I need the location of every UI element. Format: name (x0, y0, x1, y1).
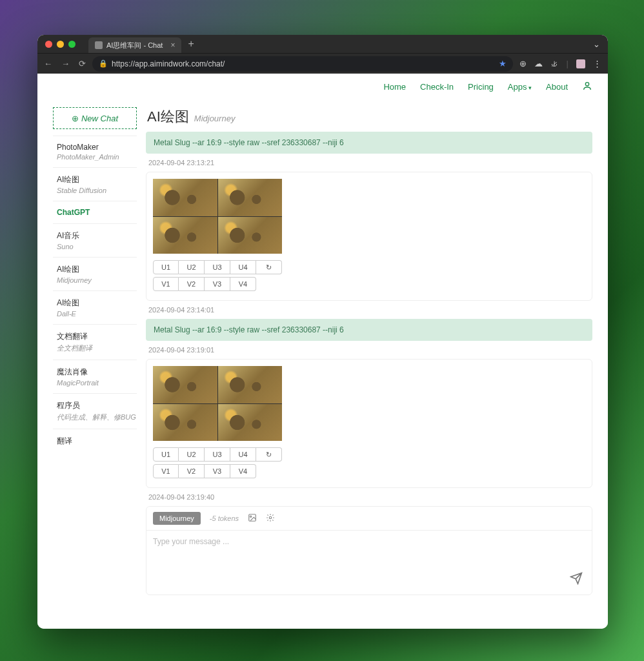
sidebar-item-sub: Dall-E (57, 310, 137, 318)
divider: | (567, 59, 569, 68)
site-info-icon[interactable]: 🔒 (99, 59, 108, 68)
sidebar-item-translate[interactable]: 翻译 (53, 429, 137, 453)
forward-icon[interactable]: → (61, 59, 70, 68)
generated-image-grid[interactable] (153, 366, 282, 441)
browser-window: AI思维车间 - Chat × + ⌄ ← → ⟳ 🔒 https://app.… (37, 35, 608, 629)
bookmark-star-icon[interactable]: ★ (499, 59, 507, 68)
sidebar-item-sub: 全文档翻译 (57, 343, 137, 353)
sidebar-item-title: 程序员 (57, 400, 137, 411)
sidebar-item-title: 翻译 (57, 436, 137, 447)
upscale-u4-button[interactable]: U4 (230, 260, 256, 274)
extension-icon[interactable]: ⊕ (519, 59, 527, 68)
generated-image[interactable] (218, 366, 283, 403)
tab-strip: AI思维车间 - Chat × + (88, 35, 198, 53)
variation-v1-button[interactable]: V1 (153, 277, 179, 291)
menu-icon[interactable]: ⋮ (593, 59, 601, 68)
sidebar-item-stable-diffusion[interactable]: AI绘图 Stable Diffusion (53, 167, 137, 201)
generation-result: U1 U2 U3 U4 ↻ V1 V2 V3 V4 (146, 359, 592, 488)
upscale-u3-button[interactable]: U3 (205, 260, 230, 274)
sidebar-item-midjourney[interactable]: AI绘图 Midjourney (53, 257, 137, 290)
variation-v3-button[interactable]: V3 (205, 464, 230, 478)
variation-v1-button[interactable]: V1 (153, 464, 179, 478)
sidebar-item-magicportrait[interactable]: 魔法肖像 MagicPortrait (53, 360, 137, 393)
variation-row: V1 V2 V3 V4 (153, 277, 585, 291)
generated-image[interactable] (218, 404, 283, 442)
nav-about[interactable]: About (546, 82, 568, 92)
profile-avatar[interactable] (576, 59, 585, 68)
url-text: https://app.aimindwork.com/chat/ (112, 59, 225, 68)
browser-tab[interactable]: AI思维车间 - Chat × (88, 37, 181, 53)
timestamp: 2024-09-04 23:13:21 (148, 159, 592, 167)
timestamp: 2024-09-04 23:19:40 (148, 493, 592, 501)
sidebar-item-title: AI绘图 (57, 174, 137, 185)
maximize-window-icon[interactable] (68, 41, 75, 48)
variation-row: V1 V2 V3 V4 (153, 464, 585, 478)
message-input[interactable] (146, 530, 592, 592)
send-button[interactable] (570, 572, 583, 588)
refresh-icon: ↻ (266, 263, 272, 272)
generation-result: U1 U2 U3 U4 ↻ V1 V2 V3 V4 (146, 172, 592, 301)
generated-image[interactable] (153, 217, 217, 254)
generated-image[interactable] (153, 366, 217, 403)
variation-v4-button[interactable]: V4 (230, 464, 256, 478)
toolbar: ← → ⟳ 🔒 https://app.aimindwork.com/chat/… (37, 53, 608, 74)
upscale-u2-button[interactable]: U2 (179, 260, 205, 274)
nav-apps[interactable]: Apps (508, 82, 532, 92)
close-window-icon[interactable] (45, 41, 52, 48)
titlebar: AI思维车间 - Chat × + ⌄ (37, 35, 608, 53)
sidebar-item-sub: Midjourney (57, 276, 137, 284)
sidebar-item-chatgpt[interactable]: ChatGPT (53, 201, 137, 223)
new-tab-button[interactable]: + (184, 38, 197, 50)
generated-image[interactable] (153, 179, 217, 216)
upscale-u3-button[interactable]: U3 (205, 447, 230, 462)
generated-image[interactable] (153, 404, 217, 442)
upscale-u1-button[interactable]: U1 (153, 260, 179, 274)
model-pill[interactable]: Midjourney (153, 512, 201, 525)
tab-close-icon[interactable]: × (170, 41, 175, 50)
sidebar-item-title: PhotoMaker (57, 143, 137, 152)
upscale-u4-button[interactable]: U4 (230, 447, 256, 462)
generated-image[interactable] (218, 179, 283, 216)
sidebar-item-suno[interactable]: AI音乐 Suno (53, 223, 137, 257)
sidebar-item-title: 文档翻译 (57, 331, 137, 342)
timestamp: 2024-09-04 23:14:01 (148, 306, 592, 314)
variation-v2-button[interactable]: V2 (179, 464, 205, 478)
sidebar: ⊕ New Chat PhotoMaker PhotoMaker_Admin A… (53, 107, 137, 608)
extension-icon[interactable]: ☁ (534, 59, 543, 68)
variation-v3-button[interactable]: V3 (205, 277, 230, 291)
sidebar-item-sub: Suno (57, 243, 137, 250)
sidebar-item-title: 魔法肖像 (57, 367, 137, 378)
nav-home[interactable]: Home (383, 82, 406, 92)
svg-point-3 (269, 516, 272, 519)
generated-image-grid[interactable] (153, 179, 282, 254)
page-title: AI绘图 (147, 107, 189, 127)
variation-v4-button[interactable]: V4 (230, 277, 256, 291)
new-chat-label: New Chat (81, 114, 118, 123)
sidebar-item-doc-translate[interactable]: 文档翻译 全文档翻译 (53, 324, 137, 360)
address-bar[interactable]: 🔒 https://app.aimindwork.com/chat/ ★ (92, 56, 513, 72)
reroll-button[interactable]: ↻ (256, 260, 282, 274)
sidebar-item-dalle[interactable]: AI绘图 Dall-E (53, 290, 137, 324)
minimize-window-icon[interactable] (57, 41, 64, 48)
nav-pricing[interactable]: Pricing (468, 82, 494, 92)
sidebar-item-programmer[interactable]: 程序员 代码生成、解释、修BUG (53, 393, 137, 429)
upscale-row: U1 U2 U3 U4 ↻ (153, 260, 585, 274)
reroll-button[interactable]: ↻ (256, 447, 282, 462)
extensions-puzzle-icon[interactable]: ⫝̸ (550, 59, 559, 68)
reload-icon[interactable]: ⟳ (79, 59, 86, 68)
page-header: AI绘图 Midjourney (146, 107, 592, 127)
svg-point-2 (250, 516, 252, 517)
upscale-u2-button[interactable]: U2 (179, 447, 205, 462)
image-icon[interactable] (248, 513, 257, 524)
variation-v2-button[interactable]: V2 (179, 277, 205, 291)
account-icon[interactable] (582, 81, 592, 93)
sidebar-item-title: AI音乐 (57, 230, 137, 241)
sidebar-item-photomaker[interactable]: PhotoMaker PhotoMaker_Admin (53, 136, 137, 167)
nav-checkin[interactable]: Check-In (420, 82, 454, 92)
back-icon[interactable]: ← (44, 59, 52, 68)
upscale-u1-button[interactable]: U1 (153, 447, 179, 462)
generated-image[interactable] (218, 217, 283, 254)
chevron-down-icon[interactable]: ⌄ (593, 39, 600, 49)
gear-icon[interactable] (266, 513, 275, 524)
new-chat-button[interactable]: ⊕ New Chat (53, 107, 137, 129)
